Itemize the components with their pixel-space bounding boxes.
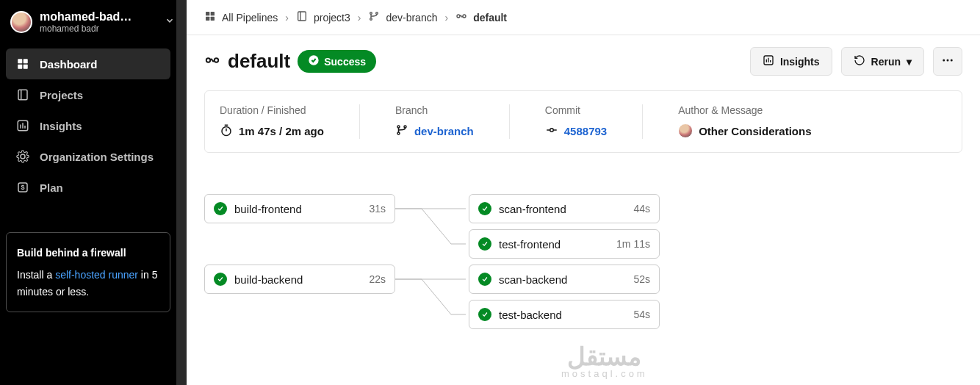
projects-icon	[16, 88, 29, 101]
main-content: All Pipelines › project3 › dev-branch › …	[187, 0, 980, 385]
svg-point-31	[947, 60, 949, 62]
svg-rect-7	[20, 125, 21, 129]
svg-rect-14	[206, 17, 209, 21]
avatar	[678, 123, 693, 138]
sidebar-nav: Dashboard Projects Insights Organization…	[0, 44, 176, 207]
crumb-project[interactable]: project3	[296, 10, 350, 24]
branch-icon	[368, 10, 380, 24]
dashboard-icon	[204, 10, 216, 24]
sidebar-item-org-settings[interactable]: Organization Settings	[6, 141, 170, 172]
promo-card: Build behind a firewall Install a self-h…	[6, 232, 170, 312]
branch-icon	[395, 123, 408, 139]
success-icon	[478, 202, 491, 215]
chevron-right-icon: ›	[444, 12, 448, 24]
commit-icon	[545, 123, 558, 139]
job-node[interactable]: scan-frontend 44s	[469, 194, 660, 223]
promo-title: Build behind a firewall	[17, 245, 159, 261]
sidebar-item-label: Projects	[40, 89, 83, 101]
svg-rect-16	[298, 12, 306, 21]
insights-icon	[763, 54, 774, 68]
svg-text:$: $	[21, 184, 24, 191]
insights-icon	[16, 119, 29, 132]
svg-point-22	[463, 15, 466, 18]
stopwatch-icon	[220, 123, 233, 139]
org-switcher[interactable]: mohamed-bad… mohamed badr	[0, 0, 187, 44]
org-subtitle: mohamed badr	[40, 24, 157, 34]
sidebar: mohamed-bad… mohamed badr Dashboard Proj…	[0, 0, 187, 385]
svg-rect-4	[18, 90, 27, 100]
job-node[interactable]: scan-backend 52s	[469, 265, 660, 294]
job-node[interactable]: build-frontend 31s	[204, 194, 395, 223]
refresh-icon	[854, 54, 865, 68]
svg-point-38	[404, 126, 406, 128]
success-icon	[478, 273, 491, 286]
more-horizontal-icon	[941, 54, 954, 69]
org-name: mohamed-bad…	[40, 10, 157, 24]
svg-rect-1	[24, 59, 28, 63]
chevron-down-icon	[165, 15, 175, 29]
sidebar-item-dashboard[interactable]: Dashboard	[6, 48, 170, 79]
commit-link[interactable]: 4588793	[564, 125, 607, 137]
sidebar-scrollbar[interactable]	[176, 0, 187, 385]
sidebar-item-label: Plan	[40, 181, 63, 194]
svg-point-24	[215, 58, 219, 62]
pipeline-header: default Success Insights Rerun ▾	[187, 35, 980, 90]
check-circle-icon	[308, 54, 320, 68]
page-title: default	[228, 50, 290, 73]
job-node[interactable]: build-backend 22s	[204, 265, 395, 294]
workflow-icon	[204, 52, 220, 71]
gear-icon	[16, 150, 29, 163]
success-icon	[478, 308, 491, 321]
dashboard-icon	[16, 57, 29, 71]
project-icon	[296, 10, 308, 24]
chevron-right-icon: ›	[285, 12, 289, 24]
promo-body: Install a self-hosted runner in 5 minute…	[17, 267, 159, 300]
breadcrumb: All Pipelines › project3 › dev-branch › …	[187, 0, 980, 35]
svg-rect-3	[24, 65, 28, 69]
rerun-button[interactable]: Rerun ▾	[841, 47, 924, 76]
sidebar-item-label: Organization Settings	[40, 151, 154, 163]
svg-rect-0	[18, 59, 22, 63]
sidebar-item-label: Dashboard	[40, 58, 97, 71]
crumb-all-pipelines[interactable]: All Pipelines	[204, 10, 278, 24]
branch-link[interactable]: dev-branch	[414, 125, 474, 137]
svg-rect-2	[18, 65, 22, 69]
sidebar-item-plan[interactable]: $ Plan	[6, 172, 170, 203]
meta-author: Author & Message Other Considerations	[678, 104, 811, 139]
workflow-graph: build-frontend 31s build-backend 22s sca…	[187, 153, 980, 385]
more-button[interactable]	[933, 47, 962, 76]
sidebar-item-insights[interactable]: Insights	[6, 110, 170, 141]
crumb-workflow[interactable]: default	[455, 10, 507, 24]
success-icon	[478, 237, 491, 251]
success-icon	[214, 202, 227, 215]
sidebar-item-label: Insights	[40, 120, 82, 132]
meta-branch: Branch dev-branch	[395, 104, 474, 139]
crumb-branch[interactable]: dev-branch	[368, 10, 437, 24]
svg-rect-5	[21, 90, 22, 100]
svg-point-23	[206, 58, 211, 62]
sidebar-item-projects[interactable]: Projects	[6, 79, 170, 110]
insights-button[interactable]: Insights	[750, 47, 832, 76]
svg-point-30	[943, 60, 945, 62]
svg-point-32	[951, 60, 953, 62]
svg-rect-13	[211, 12, 215, 15]
avatar	[10, 11, 32, 33]
chevron-right-icon: ›	[358, 12, 361, 24]
job-node[interactable]: test-backend 54s	[469, 300, 660, 329]
success-icon	[214, 273, 227, 286]
svg-rect-8	[22, 123, 24, 129]
svg-point-18	[370, 12, 372, 15]
svg-point-19	[370, 18, 372, 21]
promo-link[interactable]: self-hosted runner	[55, 269, 138, 281]
job-node[interactable]: test-frontend 1m 11s	[469, 229, 660, 259]
run-meta-panel: Duration / Finished 1m 47s / 2m ago Bran…	[204, 90, 962, 153]
workflow-icon	[455, 10, 467, 24]
meta-duration: Duration / Finished 1m 47s / 2m ago	[220, 104, 324, 139]
svg-point-36	[397, 126, 400, 128]
svg-point-39	[550, 129, 554, 132]
svg-point-21	[457, 15, 460, 18]
svg-point-20	[376, 12, 378, 15]
svg-point-37	[397, 132, 400, 134]
status-badge: Success	[298, 50, 376, 73]
caret-down-icon: ▾	[907, 56, 912, 68]
